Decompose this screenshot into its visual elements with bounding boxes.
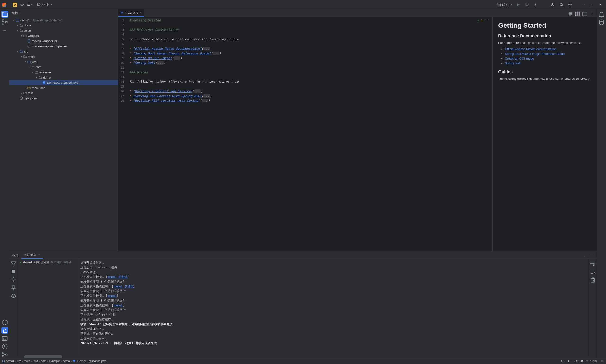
tree-item-main[interactable]: ▾main bbox=[10, 54, 118, 59]
panel-hide-button[interactable]: — bbox=[589, 252, 595, 258]
main-menu-button[interactable] bbox=[8, 4, 11, 6]
run-button[interactable] bbox=[515, 2, 522, 8]
run-config-dropdown[interactable]: 当前文件 ▾ bbox=[496, 2, 513, 8]
file-encoding[interactable]: UTF-8 bbox=[575, 360, 583, 363]
breadcrumb-item[interactable]: src bbox=[17, 360, 21, 363]
tree-arrow-icon[interactable]: ▾ bbox=[27, 66, 31, 68]
tree-arrow-icon[interactable]: ▾ bbox=[12, 19, 16, 22]
tree-item--gitignore[interactable]: .gitignore bbox=[10, 96, 118, 101]
code-lines[interactable]: # Getting Started### Reference Documenta… bbox=[128, 17, 492, 251]
project-dropdown[interactable]: demo1 ▾ bbox=[19, 2, 34, 7]
build-stop-button[interactable] bbox=[10, 268, 17, 275]
inspection-down-button[interactable]: ˅ bbox=[487, 18, 489, 22]
notifications-button[interactable] bbox=[598, 11, 605, 17]
services-button[interactable] bbox=[1, 319, 8, 326]
tree-arrow-icon[interactable]: ▾ bbox=[31, 71, 35, 74]
tree-arrow-icon[interactable]: ▸ bbox=[16, 24, 19, 27]
tree-item-com[interactable]: ▾com bbox=[10, 64, 118, 69]
breadcrumb-item[interactable]: Demo1Application.java bbox=[77, 360, 107, 363]
tree-arrow-icon[interactable]: ▾ bbox=[19, 55, 23, 58]
readonly-toggle[interactable] bbox=[600, 359, 604, 363]
editor-preview-split-button[interactable] bbox=[575, 11, 580, 17]
database-button[interactable] bbox=[598, 19, 605, 26]
project-toolwindow-button[interactable] bbox=[1, 11, 8, 17]
tree-item-demo1[interactable]: ▾demo1D:\javaProjects\demo1 bbox=[10, 17, 118, 23]
vcs-dropdown[interactable]: 版本控制 ▾ bbox=[36, 2, 54, 8]
panel-options-button[interactable]: ⋮ bbox=[582, 252, 588, 258]
tree-item-test[interactable]: ▸test bbox=[10, 90, 118, 96]
editor-only-view-button[interactable] bbox=[568, 11, 573, 17]
preview-link[interactable]: Spring Web bbox=[505, 62, 521, 65]
tree-arrow-icon[interactable]: ▸ bbox=[19, 92, 23, 94]
scroll-to-end-button[interactable] bbox=[589, 268, 596, 275]
line-separator[interactable]: LF bbox=[568, 360, 571, 363]
maximize-button[interactable]: ◻ bbox=[589, 2, 595, 8]
inspection-widget[interactable]: ✓ 1 ˄ ˅ bbox=[476, 18, 490, 23]
breadcrumb-item[interactable]: main bbox=[24, 360, 30, 363]
code-pane[interactable]: 123456789101112131415161718 # Getting St… bbox=[118, 17, 492, 251]
tree-arrow-icon[interactable]: ▾ bbox=[35, 76, 38, 79]
tree-arrow-icon[interactable]: ▾ bbox=[16, 50, 19, 53]
problems-button[interactable] bbox=[1, 343, 8, 350]
editor-more-button[interactable]: ⋮ bbox=[589, 11, 595, 17]
tree-item-example[interactable]: ▾example bbox=[10, 69, 118, 75]
breadcrumb-item[interactable]: demo1 bbox=[6, 360, 14, 363]
minimize-icon: — bbox=[581, 3, 585, 7]
build-settings-button[interactable] bbox=[10, 276, 17, 283]
package-icon bbox=[31, 65, 35, 69]
build-toolwindow-button[interactable] bbox=[1, 327, 8, 334]
project-tree[interactable]: ▾demo1D:\javaProjects\demo1▸.idea▾.mvn▾w… bbox=[10, 16, 118, 251]
editor-tab-help-md[interactable]: M↓ HELP.md ✕ bbox=[118, 9, 144, 17]
more-actions-button[interactable]: ⋮ bbox=[532, 2, 539, 8]
tree-item-Demo1Application-java[interactable]: CDemo1Application.java bbox=[10, 80, 118, 85]
breadcrumb-item[interactable]: java bbox=[33, 360, 38, 363]
build-pin-button[interactable] bbox=[10, 285, 17, 291]
code-with-me-button[interactable] bbox=[550, 2, 556, 8]
minimize-button[interactable]: — bbox=[580, 2, 587, 8]
tree-arrow-icon[interactable]: ▾ bbox=[19, 35, 23, 37]
tree-item-demo[interactable]: ▾demo bbox=[10, 75, 118, 80]
close-tab-button[interactable]: ✕ bbox=[38, 253, 40, 256]
tree-item-resources[interactable]: ▸resources bbox=[10, 85, 118, 90]
tree-arrow-icon[interactable]: ▸ bbox=[23, 87, 27, 89]
search-button[interactable] bbox=[558, 2, 565, 8]
tree-arrow-icon[interactable]: ▾ bbox=[16, 29, 19, 32]
clear-button[interactable] bbox=[589, 276, 596, 283]
settings-button[interactable] bbox=[567, 2, 573, 8]
breadcrumb-item[interactable]: example bbox=[49, 360, 60, 363]
build-tree[interactable]: ✔ demo1: 构建 已完成 在 2 2秒119毫秒 bbox=[17, 259, 78, 355]
vcs-toolwindow-button[interactable] bbox=[1, 351, 8, 358]
tree-item-wrapper[interactable]: ▾wrapper bbox=[10, 33, 118, 38]
breadcrumbs[interactable]: demo1›src›main›java›com›example›demo›CDe… bbox=[2, 359, 107, 363]
preview-link[interactable]: Official Apache Maven documentation bbox=[505, 47, 556, 51]
horizontal-scrollbar[interactable] bbox=[10, 355, 596, 358]
tree-item-maven-wrapper-jar[interactable]: maven-wrapper.jar bbox=[10, 38, 118, 43]
build-output-tab[interactable]: 构建输出 ✕ bbox=[21, 251, 43, 259]
tree-item-src[interactable]: ▾src bbox=[10, 49, 118, 54]
preview-only-view-button[interactable] bbox=[582, 11, 588, 17]
tree-item--mvn[interactable]: ▾.mvn bbox=[10, 28, 118, 33]
build-tab[interactable]: 构建 bbox=[10, 251, 21, 259]
soft-wrap-button[interactable] bbox=[589, 260, 596, 267]
run-toolwindow-button[interactable] bbox=[1, 335, 8, 342]
build-view-button[interactable] bbox=[10, 293, 17, 299]
debug-button[interactable] bbox=[523, 2, 530, 8]
more-toolwindows-button[interactable]: ⋯ bbox=[1, 27, 8, 34]
inspection-up-button[interactable]: ˄ bbox=[484, 18, 486, 22]
chevron-down-icon[interactable]: ▾ bbox=[19, 12, 21, 14]
close-window-button[interactable]: ✕ bbox=[597, 2, 604, 8]
build-output[interactable]: 执行预编译任务…正在运行 'before' 任务正在检查源正在检查依赖项… [d… bbox=[78, 259, 589, 355]
close-tab-button[interactable]: ✕ bbox=[139, 11, 142, 14]
build-filter-button[interactable] bbox=[10, 260, 17, 267]
structure-toolwindow-button[interactable] bbox=[1, 19, 8, 26]
preview-link[interactable]: Create an OCI image bbox=[505, 57, 534, 60]
tree-item-java[interactable]: ▾java bbox=[10, 59, 118, 64]
indent-info[interactable]: 4 个空格 bbox=[586, 359, 597, 363]
tree-item-maven-wrapper-properties[interactable]: maven-wrapper.properties bbox=[10, 43, 118, 49]
breadcrumb-item[interactable]: demo bbox=[63, 360, 70, 363]
tree-item--idea[interactable]: ▸.idea bbox=[10, 23, 118, 28]
caret-pos[interactable]: 1:1 bbox=[561, 360, 565, 363]
preview-link[interactable]: Spring Boot Maven Plugin Reference Guide bbox=[505, 52, 565, 56]
breadcrumb-item[interactable]: com bbox=[41, 360, 46, 363]
tree-arrow-icon[interactable]: ▾ bbox=[23, 61, 27, 63]
